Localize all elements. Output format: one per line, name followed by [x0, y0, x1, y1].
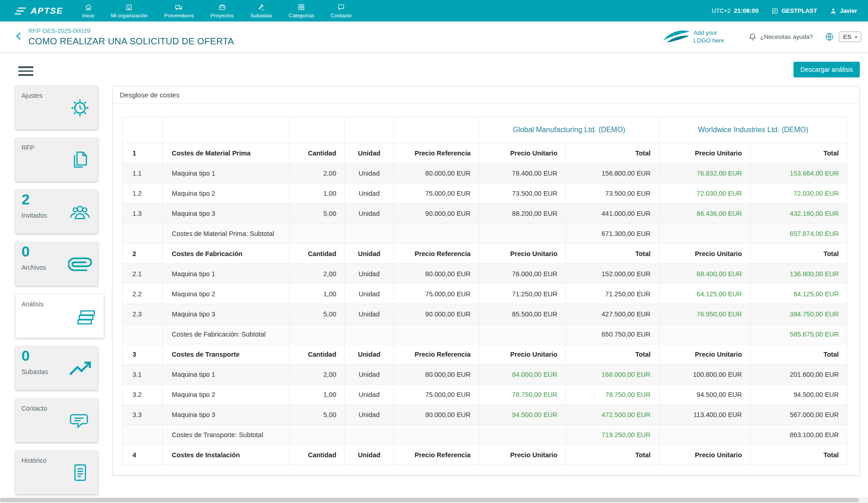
sidebar-item-historico[interactable]: Histórico	[16, 451, 98, 494]
history-doc-icon	[68, 461, 92, 485]
sidebar-item-label: Análisis	[21, 300, 43, 308]
panel-title: Desglose de costes	[113, 86, 859, 104]
subtotal-label-cell: Costes de Material Prima: Subtotal	[163, 224, 290, 244]
section-header-cell: Cantidad	[290, 143, 345, 163]
nav-item-label: Inicio	[82, 13, 95, 18]
cost-table-body: Global Manufacturing Ltd. (DEMO)Worldwic…	[122, 117, 847, 465]
cost-line-row: 3.3Maquina tipo 35,00Unidad90.000,00 EUR…	[122, 405, 847, 425]
subtotal-cell	[394, 224, 479, 244]
subtotal-cell: 657.874,00 EUR	[751, 224, 847, 244]
cost-cell: 3.3	[122, 405, 163, 425]
chevron-down-icon: ▾	[855, 35, 857, 39]
subtotal-cell: 863.100,00 EUR	[751, 425, 847, 445]
section-header-cell: Total	[751, 244, 847, 264]
header-spacer-cell	[122, 117, 163, 143]
scrollbar-thumb[interactable]	[0, 498, 859, 502]
cost-cell: 5,00	[290, 203, 345, 224]
cost-cell: 84.000,00 EUR	[479, 364, 566, 385]
cost-cell: 2.3	[122, 304, 163, 324]
section-header-cell: Total	[566, 344, 659, 364]
subtotal-cell	[659, 324, 751, 344]
auction-icon	[257, 3, 265, 11]
topbar-right: UTC+2 21:08:00 GESTPLAST Javier	[712, 7, 868, 15]
subtotal-cell	[290, 425, 345, 445]
cost-cell: 94.500,00 EUR	[659, 385, 751, 405]
nav-item-subastas[interactable]: Subastas	[242, 0, 281, 21]
company-switcher[interactable]: GESTPLAST	[771, 7, 817, 15]
subtotal-cell	[122, 425, 163, 445]
sidebar-item-subastas[interactable]: 0Subastas	[16, 347, 98, 390]
cost-cell: 80.000,00 EUR	[394, 364, 479, 385]
cost-cell: Maquina tipo 1	[163, 364, 290, 385]
top-navigation-bar: APTSE InicioMi organizaciónProveedoresPr…	[0, 0, 868, 21]
header-spacer-cell	[394, 117, 479, 143]
cost-cell: Unidad	[345, 385, 394, 405]
cost-cell: 78.750,00 EUR	[566, 385, 659, 405]
nav-item-categorias[interactable]: Categorías	[281, 0, 323, 21]
subtotal-cell	[394, 324, 479, 344]
user-icon	[830, 7, 837, 15]
cost-cell: Maquina tipo 3	[163, 405, 290, 425]
section-header-cell: Unidad	[345, 143, 394, 163]
cost-cell: 1.2	[122, 183, 163, 203]
nav-item-proveedores[interactable]: Proveedores	[156, 0, 202, 21]
nav-item-proyectos[interactable]: Proyectos	[202, 0, 242, 21]
supplier-name-2[interactable]: Worldwice Industries Ltd. (DEMO)	[659, 117, 847, 143]
section-header-cell: Precio Referencia	[394, 344, 479, 364]
back-button[interactable]	[14, 31, 25, 43]
sidebar-item-count: 0	[21, 243, 30, 260]
cost-cell: 76.832,00 EUR	[659, 163, 751, 183]
nav-item-mi-organizacion[interactable]: Mi organización	[103, 0, 156, 21]
download-analysis-button[interactable]: Descargar análisis	[794, 62, 860, 77]
nav-item-label: Contacto	[331, 13, 352, 18]
horizontal-scrollbar[interactable]	[0, 497, 868, 503]
user-name: Javier	[840, 7, 857, 14]
globe-icon	[825, 32, 834, 42]
section-header-cell: Precio Unitario	[479, 244, 566, 264]
section-header-row: 2Costes de FabricaciónCantidadUnidadPrec…	[122, 244, 847, 264]
subtotal-cell	[659, 425, 751, 445]
suppliers-icon	[175, 3, 183, 11]
nav-item-contacto[interactable]: Contacto	[323, 0, 360, 21]
sidebar-item-count: 0	[21, 348, 30, 364]
section-header-cell: Precio Unitario	[479, 143, 566, 163]
documents-icon	[68, 148, 92, 172]
section-header-cell: Costes de Instalación	[163, 445, 290, 465]
sidebar-item-count: 2	[21, 191, 30, 208]
sidebar-item-archivos[interactable]: 0Archivos	[16, 242, 98, 286]
subtotal-cell	[290, 324, 345, 344]
cost-line-row: 3.1Maquina tipo 12,00Unidad80.000,00 EUR…	[122, 364, 847, 385]
cost-line-row: 3.2Maquina tipo 21,00Unidad75.000,00 EUR…	[122, 385, 847, 405]
cost-cell: 3.2	[122, 385, 163, 405]
sidebar-item-label: Subastas	[21, 368, 48, 375]
bell-icon	[748, 32, 757, 41]
sidebar-item-rfp[interactable]: RFP	[16, 138, 98, 182]
menu-toggle[interactable]	[18, 66, 33, 78]
cost-cell: 72.030,00 EUR	[751, 183, 847, 203]
brand-logo[interactable]: APTSE	[0, 6, 74, 16]
subtotal-cell	[122, 224, 163, 244]
supplier-name-1[interactable]: Global Manufacturing Ltd. (DEMO)	[479, 117, 659, 143]
sidebar-item-contacto[interactable]: Contacto	[16, 399, 98, 442]
user-menu[interactable]: Javier	[830, 7, 857, 15]
sidebar-item-ajustes[interactable]: Ajustes	[16, 86, 98, 129]
subtotal-cell	[345, 425, 394, 445]
folders-stack-icon	[74, 305, 98, 328]
cost-cell: 2,00	[290, 264, 345, 284]
sidebar-item-analisis[interactable]: Análisis	[16, 294, 104, 338]
cost-cell: 76.000,00 EUR	[479, 264, 566, 284]
nav-item-inicio[interactable]: Inicio	[74, 0, 103, 21]
cost-line-row: 1.3Maquina tipo 35,00Unidad90.000,00 EUR…	[122, 203, 847, 224]
cost-cell: Unidad	[345, 203, 394, 224]
sidebar-item-invitados[interactable]: 2Invitados	[16, 190, 98, 234]
cost-cell: Unidad	[345, 364, 394, 385]
section-header-cell: 4	[122, 445, 163, 465]
subtotal-row: Costes de Transporte: Subtotal719.250,00…	[122, 425, 847, 445]
company-name: GESTPLAST	[781, 7, 817, 14]
sidebar-item-label: Invitados	[21, 212, 47, 219]
logo-placeholder[interactable]: Add your LOGO here	[693, 29, 730, 44]
subtotal-row: Costes de Fabricación: Subtotal650.750,0…	[122, 324, 847, 344]
contact-icon	[337, 3, 345, 11]
help-link[interactable]: ¿Necesitas ayuda?	[748, 32, 813, 41]
language-select[interactable]: ES ▾	[839, 32, 861, 42]
